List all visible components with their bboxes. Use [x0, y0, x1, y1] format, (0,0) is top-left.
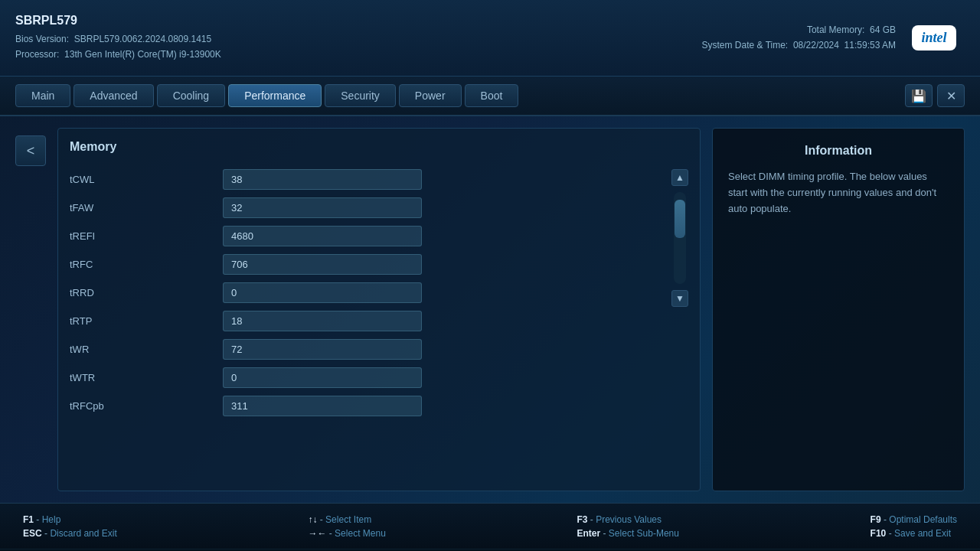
- nav-bar: Main Advanced Cooling Performance Securi…: [0, 77, 980, 116]
- f1-separator: -: [36, 514, 41, 525]
- tab-power[interactable]: Power: [399, 84, 462, 107]
- table-row: tWTR 0: [70, 364, 664, 392]
- content-panel: Memory tCWL 38 tFAW 32 tREFI 4680: [57, 128, 701, 491]
- enter2-key: Enter: [577, 528, 600, 539]
- footer-f1: F1 - Help: [23, 514, 117, 525]
- processor-value: 13th Gen Intel(R) Core(TM) i9-13900K: [64, 49, 221, 60]
- close-icon-button[interactable]: ✕: [937, 84, 965, 107]
- info-title: Information: [728, 144, 949, 158]
- f10-separator: -: [889, 528, 894, 539]
- footer-f9: F9 - Optimal Defaults: [871, 514, 957, 525]
- scroll-up-button[interactable]: ▲: [671, 169, 688, 186]
- arrows-action: Select Item: [325, 514, 371, 525]
- bios-info: Bios Version: SBRPL579.0062.2024.0809.14…: [15, 32, 221, 47]
- row-value-tcwl[interactable]: 38: [223, 169, 422, 190]
- processor-label: Processor:: [15, 49, 59, 60]
- arrows-key: ↑↓: [308, 514, 317, 525]
- esc-action: Discard and Exit: [50, 528, 116, 539]
- scroll-thumb[interactable]: [675, 200, 685, 238]
- back-button[interactable]: <: [15, 135, 46, 166]
- tab-performance[interactable]: Performance: [228, 84, 322, 107]
- f1-key: F1: [23, 514, 34, 525]
- total-memory-label: Total Memory:: [807, 24, 864, 35]
- table-row: tCWL 38: [70, 165, 664, 194]
- total-memory-line: Total Memory: 64 GB: [702, 23, 897, 37]
- esc-key: ESC: [23, 528, 42, 539]
- bios-version: SBRPL579.0062.2024.0809.1415: [74, 34, 212, 44]
- f1-action: Help: [42, 514, 61, 525]
- tab-advanced[interactable]: Advanced: [74, 84, 153, 107]
- table-row: tRFCpb 311: [70, 392, 664, 420]
- table-row: tRRD 0: [70, 279, 664, 307]
- f10-key: F10: [871, 528, 887, 539]
- row-value-twr[interactable]: 72: [223, 339, 422, 360]
- scroll-down-button[interactable]: ▼: [671, 290, 688, 307]
- footer-col-center-left: ↑↓ - Select Item →← - Select Menu: [308, 514, 385, 539]
- arrows-separator: -: [320, 514, 325, 525]
- info-text: Select DIMM timing profile. The below va…: [728, 169, 949, 217]
- enter-separator: -: [329, 528, 335, 539]
- footer-col-left: F1 - Help ESC - Discard and Exit: [23, 514, 117, 539]
- main-content: < Memory tCWL 38 tFAW 32 tREFI 4680: [0, 116, 980, 503]
- row-value-trtp[interactable]: 18: [223, 311, 422, 331]
- table-row: tRTP 18: [70, 307, 664, 335]
- enter2-separator: -: [603, 528, 609, 539]
- f3-key: F3: [577, 514, 587, 525]
- footer-arrows: ↑↓ - Select Item: [308, 514, 385, 525]
- system-datetime-line: System Date & Time: 08/22/2024 11:59:53 …: [702, 38, 897, 53]
- row-label-trfc: tRFC: [70, 259, 223, 270]
- row-label-tfaw: tFAW: [70, 202, 223, 214]
- row-value-twtr[interactable]: 0: [223, 367, 422, 388]
- footer-f10: F10 - Save and Exit: [871, 528, 957, 539]
- total-memory-value: 64 GB: [870, 24, 896, 35]
- intel-logo: intel: [903, 19, 965, 57]
- footer-esc: ESC - Discard and Exit: [23, 528, 117, 539]
- row-label-trtp: tRTP: [70, 315, 223, 327]
- header: SBRPL579 Bios Version: SBRPL579.0062.202…: [0, 0, 980, 77]
- tab-main[interactable]: Main: [15, 84, 70, 107]
- tab-boot[interactable]: Boot: [465, 84, 519, 107]
- row-value-trrd[interactable]: 0: [223, 282, 422, 303]
- footer-col-center-right: F3 - Previous Values Enter - Select Sub-…: [577, 514, 678, 539]
- f9-key: F9: [871, 514, 881, 525]
- row-value-trfc[interactable]: 706: [223, 254, 422, 275]
- memory-rows: tCWL 38 tFAW 32 tREFI 4680 tRFC 706: [70, 165, 664, 420]
- header-right: Total Memory: 64 GB System Date & Time: …: [702, 19, 965, 57]
- tab-security[interactable]: Security: [325, 84, 396, 107]
- row-label-twr: tWR: [70, 344, 223, 355]
- row-value-tfaw[interactable]: 32: [223, 197, 422, 218]
- f3-action: Previous Values: [596, 514, 662, 525]
- table-row: tRFC 706: [70, 250, 664, 279]
- system-info: Total Memory: 64 GB System Date & Time: …: [702, 23, 897, 52]
- row-label-trrd: tRRD: [70, 287, 223, 298]
- row-label-twtr: tWTR: [70, 372, 223, 383]
- footer-enter2: Enter - Select Sub-Menu: [577, 528, 678, 539]
- table-row: tWR 72: [70, 335, 664, 364]
- footer-f3: F3 - Previous Values: [577, 514, 678, 525]
- row-label-tcwl: tCWL: [70, 174, 223, 185]
- table-row: tREFI 4680: [70, 222, 664, 250]
- footer-enter: →← - Select Menu: [308, 528, 385, 539]
- scroll-track: [674, 192, 686, 284]
- scroll-controls: ▲ ▼: [671, 169, 688, 307]
- system-date-label: System Date & Time:: [702, 40, 789, 51]
- footer: F1 - Help ESC - Discard and Exit ↑↓ - Se…: [0, 503, 980, 549]
- row-value-trefi[interactable]: 4680: [223, 226, 422, 246]
- row-value-trfcpb[interactable]: 311: [223, 396, 422, 416]
- bios-label: Bios Version:: [15, 34, 69, 44]
- tab-cooling[interactable]: Cooling: [157, 84, 225, 107]
- f9-action: Optimal Defaults: [889, 514, 957, 525]
- save-icon-button[interactable]: 💾: [905, 84, 933, 107]
- enter2-action: Select Sub-Menu: [609, 528, 679, 539]
- header-left: SBRPL579 Bios Version: SBRPL579.0062.202…: [15, 14, 221, 61]
- system-date-value: 08/22/2024: [793, 40, 839, 51]
- processor-info: Processor: 13th Gen Intel(R) Core(TM) i9…: [15, 47, 221, 62]
- footer-col-right: F9 - Optimal Defaults F10 - Save and Exi…: [871, 514, 957, 539]
- enter-action: Select Menu: [335, 528, 386, 539]
- nav-actions: 💾 ✕: [905, 84, 965, 107]
- f10-action: Save and Exit: [894, 528, 951, 539]
- enter-key: →←: [308, 528, 328, 539]
- scroll-area: tCWL 38 tFAW 32 tREFI 4680 tRFC 706: [70, 165, 688, 420]
- row-label-trefi: tREFI: [70, 230, 223, 242]
- table-row: tFAW 32: [70, 194, 664, 222]
